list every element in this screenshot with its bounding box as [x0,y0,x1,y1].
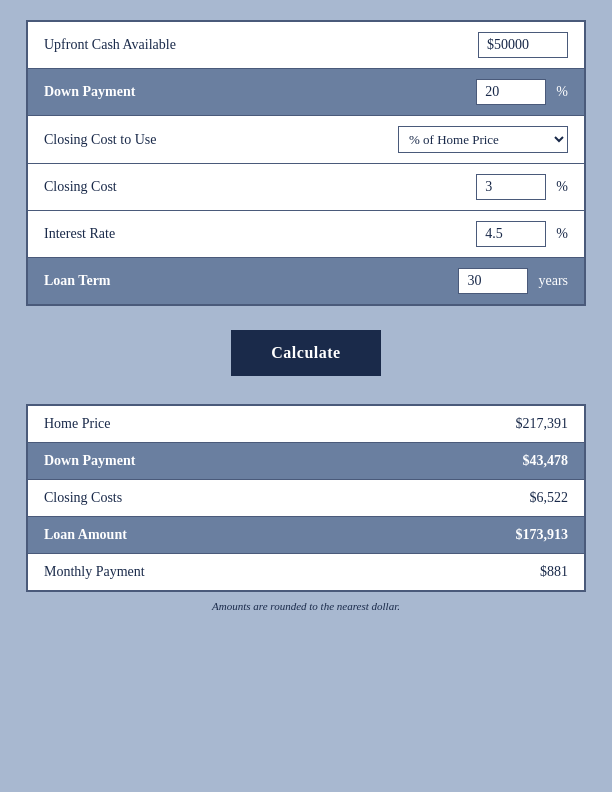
closing-costs-label: Closing Costs [27,480,367,517]
upfront-cash-input[interactable] [478,32,568,58]
closing-cost-type-select[interactable]: % of Home Price Fixed Amount [398,126,568,153]
home-price-value: $217,391 [367,405,585,443]
monthly-payment-label: Monthly Payment [27,554,367,592]
home-price-label: Home Price [27,405,367,443]
closing-cost-row: Closing Cost % [27,164,585,211]
calculate-button-wrapper: Calculate [26,330,586,376]
closing-costs-row: Closing Costs $6,522 [27,480,585,517]
results-table: Home Price $217,391 Down Payment $43,478… [26,404,586,592]
closing-cost-type-row: Closing Cost to Use % of Home Price Fixe… [27,116,585,164]
upfront-cash-value-cell [277,21,585,69]
disclaimer: Amounts are rounded to the nearest dolla… [26,600,586,612]
loan-term-label: Loan Term [27,258,277,306]
calculate-button[interactable]: Calculate [231,330,380,376]
calculator-container: Upfront Cash Available Down Payment % Cl… [26,20,586,612]
closing-cost-type-label: Closing Cost to Use [27,116,277,164]
closing-cost-input[interactable] [476,174,546,200]
loan-amount-row: Loan Amount $173,913 [27,517,585,554]
home-price-row: Home Price $217,391 [27,405,585,443]
closing-cost-type-value-cell: % of Home Price Fixed Amount [277,116,585,164]
down-payment-row: Down Payment % [27,69,585,116]
down-payment-unit: % [556,84,568,100]
results-down-payment-value: $43,478 [367,443,585,480]
interest-rate-unit: % [556,226,568,242]
closing-cost-value-cell: % [277,164,585,211]
results-down-payment-label: Down Payment [27,443,367,480]
closing-cost-unit: % [556,179,568,195]
upfront-cash-row: Upfront Cash Available [27,21,585,69]
closing-costs-value: $6,522 [367,480,585,517]
upfront-cash-label: Upfront Cash Available [27,21,277,69]
results-down-payment-row: Down Payment $43,478 [27,443,585,480]
loan-term-row: Loan Term years [27,258,585,306]
loan-term-input[interactable] [458,268,528,294]
interest-rate-value-cell: % [277,211,585,258]
monthly-payment-row: Monthly Payment $881 [27,554,585,592]
down-payment-label: Down Payment [27,69,277,116]
interest-rate-label: Interest Rate [27,211,277,258]
interest-rate-input[interactable] [476,221,546,247]
loan-term-value-cell: years [277,258,585,306]
monthly-payment-value: $881 [367,554,585,592]
input-table: Upfront Cash Available Down Payment % Cl… [26,20,586,306]
down-payment-input[interactable] [476,79,546,105]
loan-term-unit: years [538,273,568,289]
closing-cost-label: Closing Cost [27,164,277,211]
loan-amount-value: $173,913 [367,517,585,554]
down-payment-value-cell: % [277,69,585,116]
loan-amount-label: Loan Amount [27,517,367,554]
interest-rate-row: Interest Rate % [27,211,585,258]
